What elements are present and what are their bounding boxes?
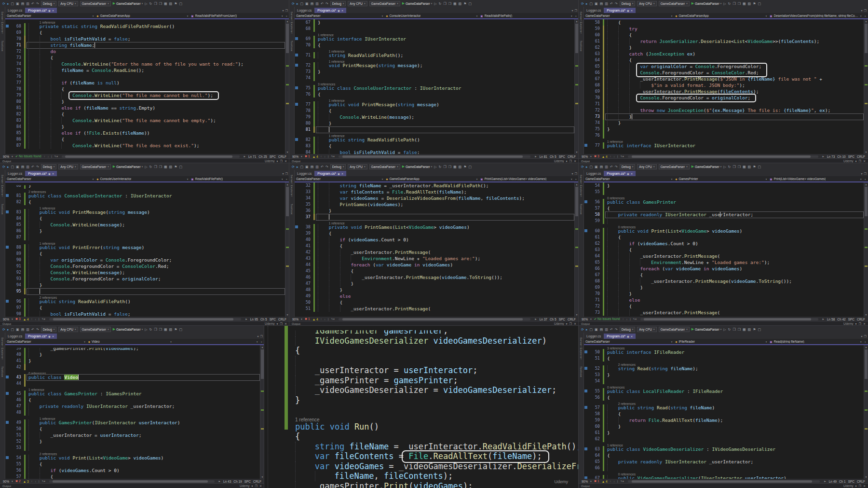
open-file-icon[interactable]: ▣ bbox=[595, 165, 598, 168]
code-line[interactable]: 77if (fileName is null) bbox=[5, 80, 285, 86]
code-line[interactable]: 55 bbox=[583, 189, 864, 195]
code-editor[interactable]: 32string fileName = _userInteractor.Read… bbox=[294, 182, 575, 317]
code-editor[interactable]: 39_gamesPrinter.Print(videoGames);40}41}… bbox=[5, 345, 260, 479]
solution-configuration-dropdown[interactable]: Debug▾ bbox=[620, 327, 636, 332]
solution-platform-dropdown[interactable]: Any CPU▾ bbox=[348, 164, 367, 169]
code-line[interactable]: 74} bbox=[583, 120, 864, 126]
code-line[interactable]: 73} bbox=[294, 69, 575, 75]
redo-icon[interactable]: ↷ bbox=[615, 2, 618, 5]
hor-scrollbar[interactable] bbox=[49, 318, 241, 321]
startup-project-dropdown[interactable]: GameDataParser▾ bbox=[369, 164, 400, 169]
code-line[interactable]: 56if (videoGames.Count > 0) bbox=[5, 467, 260, 474]
code-line[interactable]: 74Console.WriteLine("Enter the name of t… bbox=[5, 61, 285, 67]
start-without-debugging-icon[interactable]: ▷ bbox=[434, 165, 436, 168]
maximize-icon[interactable]: ❐ bbox=[280, 159, 283, 163]
solution-configuration-dropdown[interactable]: Debug▾ bbox=[620, 1, 636, 6]
sidebar-tab-server-explorer[interactable]: Server Explorer bbox=[1, 12, 4, 34]
save-icon[interactable]: ▤ bbox=[600, 165, 603, 168]
code-line[interactable]: 77public void PrintMessage(string messag… bbox=[294, 101, 575, 108]
solution-explorer-icon[interactable]: ❐ bbox=[738, 328, 741, 331]
sidebar-tab-toolbox[interactable]: Toolbox bbox=[580, 204, 583, 214]
break-all-icon[interactable]: ❒ bbox=[154, 328, 157, 331]
navigate-backward-icon[interactable]: ⟳ bbox=[2, 2, 5, 5]
code-line[interactable]: 61} bbox=[583, 430, 864, 436]
code-line[interactable]: 72{ bbox=[583, 303, 864, 309]
code-line[interactable]: _videoGamesDeserializer = videoGamesDese… bbox=[264, 385, 579, 395]
open-file-icon[interactable]: ▣ bbox=[16, 2, 19, 5]
hor-scrollbar[interactable] bbox=[49, 480, 215, 483]
code-line[interactable]: 60{ bbox=[583, 32, 864, 38]
hor-scrollbar[interactable] bbox=[62, 155, 240, 158]
redo-icon[interactable]: ↷ bbox=[615, 165, 618, 168]
break-all-icon[interactable]: ❒ bbox=[732, 165, 735, 168]
scroll-up-icon[interactable]: ▲ bbox=[285, 183, 289, 186]
code-editor[interactable]: 80}2 references81public class ConsoleUse… bbox=[5, 182, 285, 317]
scrollbar-thumb[interactable] bbox=[53, 318, 233, 321]
zoom-level[interactable]: 90% bbox=[3, 155, 9, 158]
breadcrumb-project[interactable]: C#GameDataParser▾ bbox=[2, 340, 88, 343]
code-line[interactable]: 70} bbox=[583, 291, 864, 297]
code-line[interactable]: 59return File.ReadAllText(fileName); bbox=[583, 417, 864, 423]
undo-icon[interactable]: ↶ bbox=[610, 2, 613, 5]
navigate-forward-icon[interactable]: ▸ bbox=[7, 328, 9, 331]
code-line[interactable]: 74 bbox=[294, 75, 575, 81]
open-file-icon[interactable]: ▣ bbox=[595, 328, 598, 331]
breadcrumb-member[interactable]: ▣ReadValidFilePathFromUser()▾ bbox=[191, 14, 285, 17]
code-line[interactable]: 63public class VideoGamesDeserializer : … bbox=[583, 446, 864, 452]
status-encoding[interactable]: SPC bbox=[244, 480, 251, 483]
code-line[interactable]: 65private readonly IUserInteractor _user… bbox=[583, 459, 864, 465]
zoom-level[interactable]: 90% bbox=[582, 480, 588, 483]
properties-window-icon[interactable]: ▦ bbox=[453, 165, 457, 168]
solution-platform-dropdown[interactable]: Any CPU▾ bbox=[58, 164, 78, 169]
start-without-debugging-icon[interactable]: ▷ bbox=[723, 2, 726, 5]
code-line[interactable]: 70bool isFilePathValid = false; bbox=[5, 36, 285, 42]
sidebar-tab-toolbox[interactable]: Toolbox bbox=[1, 366, 4, 377]
task-list-icon[interactable]: ▢ bbox=[758, 165, 761, 168]
save-all-icon[interactable]: ▥ bbox=[605, 165, 608, 168]
scroll-down-icon[interactable]: ▼ bbox=[864, 475, 868, 478]
bookmark-icon[interactable]: ⚑ bbox=[753, 165, 756, 168]
tab-list-icon[interactable]: ❐ bbox=[864, 172, 867, 175]
scrollbar-thumb[interactable] bbox=[575, 187, 578, 216]
code-line[interactable]: 66Console.ForegroundColor = ConsoleColor… bbox=[583, 70, 864, 76]
scroll-up-icon[interactable]: ▲ bbox=[575, 20, 579, 23]
edit-mode-icon[interactable]: ✎▾ bbox=[331, 155, 334, 158]
arrow-down-icon[interactable]: ↓ bbox=[35, 480, 36, 483]
solution-explorer-icon[interactable]: ❐ bbox=[448, 165, 451, 168]
code-line[interactable]: 83{ bbox=[294, 143, 575, 149]
bookmark-icon[interactable]: ⚑ bbox=[753, 328, 756, 331]
scrollbar-thumb[interactable] bbox=[342, 155, 523, 158]
navigate-forward-icon[interactable]: ▸ bbox=[7, 2, 9, 5]
close-icon[interactable]: ✕ bbox=[285, 322, 287, 325]
navigate-forward-icon[interactable]: ▸ bbox=[7, 165, 9, 168]
breadcrumb-type[interactable]: ◆GameDataParserApp▾ bbox=[386, 177, 480, 181]
breadcrumb-project[interactable]: C#GameDataParser▾ bbox=[581, 14, 675, 17]
maximize-icon[interactable]: ❐ bbox=[859, 484, 861, 488]
arrow-down-icon[interactable]: ↓ bbox=[47, 155, 49, 158]
scroll-right-icon[interactable]: ► bbox=[534, 155, 537, 158]
output-panel-label[interactable]: Output bbox=[581, 485, 590, 488]
redo-icon[interactable]: ↷ bbox=[36, 328, 39, 331]
hor-scrollbar[interactable] bbox=[339, 155, 530, 158]
code-line[interactable] bbox=[264, 356, 579, 366]
output-panel-label[interactable]: Output bbox=[2, 322, 11, 325]
close-icon[interactable]: ✕ bbox=[631, 9, 633, 12]
hor-scrollbar[interactable] bbox=[339, 318, 530, 321]
output-panel-label[interactable]: Output bbox=[581, 322, 590, 325]
code-line[interactable]: 73} bbox=[583, 113, 864, 120]
sidebar-tab-server-explorer[interactable]: Server Explorer bbox=[1, 175, 4, 197]
status-line[interactable]: Ln 58 bbox=[827, 318, 835, 321]
scrollbar-thumb[interactable] bbox=[286, 24, 289, 53]
code-line[interactable]: 44foreach (var videoGame in videoGames) bbox=[294, 262, 575, 268]
code-line[interactable]: 43Environment.NewLine + "Loaded games ar… bbox=[294, 255, 575, 262]
solution-explorer-icon[interactable]: ❐ bbox=[159, 2, 162, 5]
code-line[interactable]: 53} bbox=[583, 372, 864, 378]
navigate-backward-icon[interactable]: ⟳ bbox=[292, 165, 295, 168]
code-line[interactable]: 69{ bbox=[5, 29, 285, 36]
hor-scrollbar[interactable] bbox=[640, 318, 818, 321]
breadcrumb-member[interactable]: ▣Read(string fileName)▾ bbox=[770, 340, 864, 343]
arrow-up-icon[interactable]: ↑ bbox=[610, 480, 611, 483]
code-line[interactable]: var fileContents = File.ReadAllText(file… bbox=[264, 451, 579, 461]
chevron-down-icon[interactable]: ▾ bbox=[566, 159, 568, 163]
code-line[interactable]: 68 bbox=[294, 26, 575, 32]
